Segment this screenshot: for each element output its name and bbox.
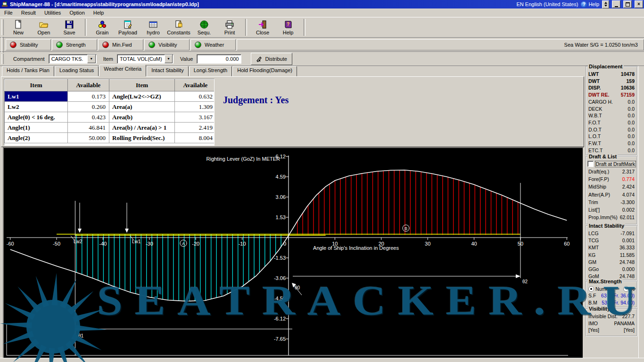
criteria-column-header[interactable]: Item <box>109 80 175 91</box>
displacement-row: D.O.T0.0 <box>586 126 636 133</box>
indicator-visibility[interactable]: Visibility <box>144 39 190 50</box>
criteria-cell[interactable]: 50.000 <box>68 133 109 143</box>
criteria-row: Angle(1)46.841Area(b) / Area(a) > 12.419 <box>5 123 215 133</box>
row-label: DECK <box>588 106 602 113</box>
tab-holds-tanks-plan[interactable]: Holds / Tanks Plan <box>2 66 54 76</box>
criteria-cell[interactable]: 0.632 <box>175 91 215 102</box>
max-strength-panel: Max.StrengthNumeric%S.F63(Fr. 36.00)B.M5… <box>586 281 637 308</box>
toolbar-grip[interactable] <box>1 54 4 64</box>
criteria-cell[interactable]: 46.841 <box>68 123 109 133</box>
tab-hold-flooding-damage-[interactable]: Hold Flooding(Damage) <box>232 66 297 76</box>
criteria-cell[interactable]: 2.419 <box>175 123 215 133</box>
tab-loading-status[interactable]: Loading Status <box>55 66 99 76</box>
titlebar-help[interactable]: ? Help <box>581 1 599 8</box>
tab-intact-stability[interactable]: Intact Stability <box>147 66 188 76</box>
panel-title: Intact Stability <box>588 223 625 229</box>
menu-item-utilities[interactable]: Utilities <box>40 9 65 16</box>
criteria-column-header[interactable]: Available <box>175 80 215 91</box>
criteria-column-header[interactable]: Available <box>68 80 109 91</box>
payload-button[interactable]: Payload <box>115 18 140 37</box>
led-icon <box>149 41 155 48</box>
svg-text:θ0: θ0 <box>295 285 300 290</box>
menu-item-help[interactable]: Help <box>89 9 108 16</box>
criteria-cell[interactable]: 8.004 <box>175 133 215 143</box>
toolbar-options-spinner[interactable] <box>602 0 609 8</box>
criteria-table: ItemAvailableItemAvailable Lw10.173Angle… <box>4 79 215 143</box>
distribute-button[interactable]: Distribute <box>251 53 292 65</box>
criteria-column-header[interactable]: Item <box>5 80 68 91</box>
criteria-cell[interactable]: Rolling Period(Sec.) <box>109 133 175 143</box>
hydro-button[interactable]: hydro <box>140 18 166 37</box>
draft-row: Fore(F.P)0.774 <box>586 175 636 183</box>
displacement-row: LWT10478 <box>586 71 636 78</box>
help-button[interactable]: ?Help <box>275 18 301 37</box>
criteria-cell[interactable]: 0.260 <box>68 102 109 112</box>
new-file-icon <box>14 20 23 29</box>
toolbar-grip[interactable] <box>1 19 4 35</box>
indicator-stability[interactable]: Stability <box>6 39 51 50</box>
print-button[interactable]: Print <box>217 18 242 37</box>
row-value: 53 <box>602 299 607 306</box>
sea-water-panel: Sea Water S/G = 1.0250 ton/m3 <box>237 39 644 50</box>
tab-weather-criteria[interactable]: Weather Criteria <box>99 65 146 76</box>
indicator-strength[interactable]: Strength <box>52 39 97 50</box>
constants-button[interactable]: Constants <box>166 18 191 37</box>
displacement-row: W.B.T0.0 <box>586 112 636 119</box>
chevron-down-icon[interactable]: ▼ <box>165 55 173 63</box>
restore-button[interactable] <box>623 0 632 8</box>
criteria-cell[interactable]: Area(a) <box>109 102 175 112</box>
draft-at-draftmark-checkbox[interactable] <box>587 161 594 167</box>
row-value: 0.0 <box>627 126 635 133</box>
radio-option-numeric[interactable]: Numeric <box>588 286 614 292</box>
criteria-cell[interactable]: 0.173 <box>68 91 109 102</box>
criteria-cell[interactable]: 3.167 <box>175 112 215 123</box>
chevron-down-icon[interactable]: ▼ <box>87 55 96 63</box>
draft-row: List[']0.002 <box>586 206 636 214</box>
indicator-minfwd[interactable]: Min.Fwd <box>98 39 143 50</box>
tab-longi-strength[interactable]: Longi.Strength <box>189 66 232 76</box>
svg-text:B: B <box>405 226 407 231</box>
sequ-button[interactable]: Sequ. <box>191 18 217 37</box>
checkbox-label: Draft at DraftMark <box>595 161 636 167</box>
row-label: [Yes] <box>588 327 599 334</box>
criteria-cell[interactable]: Angle(Lw2<->GZ) <box>109 91 175 102</box>
grain-button[interactable]: Grain <box>90 18 115 37</box>
svg-text:-3.06: -3.06 <box>274 275 286 281</box>
criteria-cell[interactable]: Area(b) <box>109 112 175 123</box>
frame-ref: (Fr. 36.00) <box>612 292 635 299</box>
minimize-button[interactable] <box>612 0 620 8</box>
value-input[interactable]: 0.000 <box>197 54 241 64</box>
criteria-cell[interactable]: Angle(1) <box>5 123 68 133</box>
new-button[interactable]: New <box>6 18 31 37</box>
indicator-weather[interactable]: Weather <box>190 39 236 50</box>
criteria-row: Lw10.173Angle(Lw2<->GZ)0.632 <box>5 91 215 102</box>
menu-item-option[interactable]: Option <box>65 9 89 16</box>
toolbar-grip[interactable] <box>1 37 4 53</box>
criteria-table-panel: ItemAvailableItemAvailable Lw10.173Angle… <box>4 79 215 146</box>
open-button[interactable]: Open <box>31 18 57 37</box>
criteria-cell[interactable]: Lw1 <box>5 91 68 102</box>
menu-item-result[interactable]: Result <box>17 9 40 16</box>
close-button[interactable]: Close <box>250 18 275 37</box>
criteria-cell[interactable]: 1.309 <box>175 102 215 112</box>
save-button[interactable]: Save <box>57 18 82 37</box>
row-value: 24.748 <box>619 259 635 266</box>
draft-row: Draft(eq.)2.317 <box>586 168 636 175</box>
svg-text:1.53: 1.53 <box>276 214 286 220</box>
criteria-cell[interactable]: Lw2 <box>5 102 68 112</box>
criteria-cell[interactable]: 0.423 <box>68 112 109 123</box>
menu-item-file[interactable]: File <box>0 9 17 16</box>
tab-strip: Holds / Tanks PlanLoading StatusWeather … <box>2 66 297 76</box>
sequence-icon <box>199 20 209 29</box>
close-button[interactable]: × <box>635 0 643 8</box>
compartment-select[interactable]: CARGO TKS. ▼ <box>49 54 97 64</box>
item-select[interactable]: TOTAL VOL(CuM) ▼ <box>117 54 173 64</box>
language-indicator[interactable]: EN English (United States) <box>517 1 578 7</box>
svg-text:4.59: 4.59 <box>276 174 286 180</box>
radio-option-pct[interactable]: % <box>623 286 635 292</box>
displacement-row: DWT RE.57159 <box>586 91 636 99</box>
criteria-cell[interactable]: Angle(0) < 16 deg. <box>5 112 68 123</box>
criteria-cell[interactable]: Angle(2) <box>5 133 68 143</box>
judgement-text: Judgement : Yes <box>223 95 289 106</box>
criteria-cell[interactable]: Area(b) / Area(a) > 1 <box>109 123 175 133</box>
